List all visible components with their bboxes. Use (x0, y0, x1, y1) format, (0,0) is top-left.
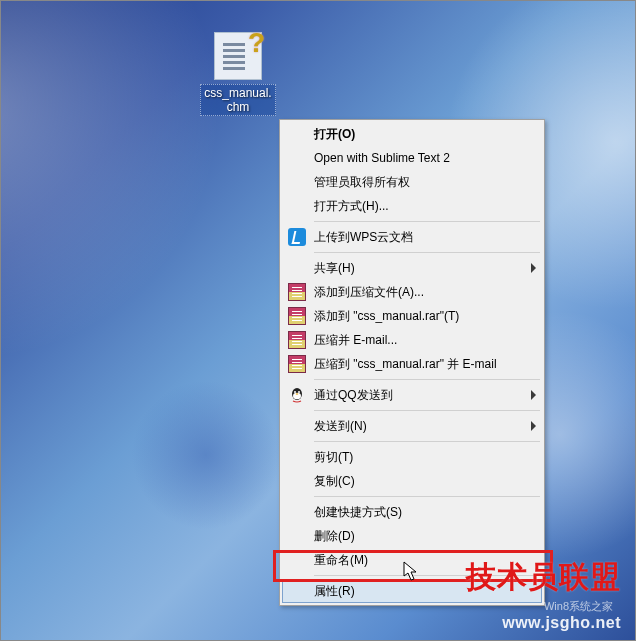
menu-label: 添加到压缩文件(A)... (314, 284, 424, 301)
menu-separator (314, 252, 540, 253)
watermark-url: www.jsgho.net (502, 614, 621, 632)
bg-blob (1, 1, 221, 361)
submenu-arrow-icon (531, 421, 536, 431)
submenu-arrow-icon (531, 390, 536, 400)
wps-icon (288, 228, 306, 246)
menu-label: 剪切(T) (314, 449, 353, 466)
menu-wps-upload[interactable]: 上传到WPS云文档 (282, 225, 542, 249)
menu-label: 添加到 "css_manual.rar"(T) (314, 308, 459, 325)
menu-label: 重命名(M) (314, 552, 368, 569)
winrar-icon (288, 355, 306, 373)
desktop-file-icon[interactable]: ? css_manual.chm (200, 26, 276, 116)
help-qmark-icon: ? (248, 27, 265, 59)
menu-separator (314, 379, 540, 380)
svg-point-2 (294, 391, 296, 393)
svg-point-4 (296, 393, 299, 395)
menu-rar-email[interactable]: 压缩并 E-mail... (282, 328, 542, 352)
winrar-icon (288, 283, 306, 301)
context-menu: 打开(O) Open with Sublime Text 2 管理员取得所有权 … (279, 119, 545, 606)
menu-label: 删除(D) (314, 528, 355, 545)
menu-separator (314, 441, 540, 442)
menu-open-sublime[interactable]: Open with Sublime Text 2 (282, 146, 542, 170)
qq-icon (288, 386, 306, 404)
menu-label: Open with Sublime Text 2 (314, 151, 450, 165)
menu-label: 压缩到 "css_manual.rar" 并 E-mail (314, 356, 497, 373)
menu-separator (314, 496, 540, 497)
menu-create-shortcut[interactable]: 创建快捷方式(S) (282, 500, 542, 524)
menu-send-to[interactable]: 发送到(N) (282, 414, 542, 438)
menu-label: 创建快捷方式(S) (314, 504, 402, 521)
menu-label: 打开方式(H)... (314, 198, 389, 215)
menu-rar-email-name[interactable]: 压缩到 "css_manual.rar" 并 E-mail (282, 352, 542, 376)
menu-label: 发送到(N) (314, 418, 367, 435)
menu-label: 复制(C) (314, 473, 355, 490)
menu-delete[interactable]: 删除(D) (282, 524, 542, 548)
menu-separator (314, 221, 540, 222)
menu-label: 打开(O) (314, 126, 355, 143)
submenu-arrow-icon (531, 263, 536, 273)
winrar-icon (288, 307, 306, 325)
menu-open[interactable]: 打开(O) (282, 122, 542, 146)
menu-cut[interactable]: 剪切(T) (282, 445, 542, 469)
menu-rar-add-name[interactable]: 添加到 "css_manual.rar"(T) (282, 304, 542, 328)
menu-share[interactable]: 共享(H) (282, 256, 542, 280)
menu-label: 管理员取得所有权 (314, 174, 410, 191)
menu-open-with[interactable]: 打开方式(H)... (282, 194, 542, 218)
file-label: css_manual.chm (200, 84, 276, 116)
chm-file-icon: ? (214, 32, 262, 80)
menu-copy[interactable]: 复制(C) (282, 469, 542, 493)
winrar-icon (288, 331, 306, 349)
menu-separator (314, 410, 540, 411)
menu-qq-send[interactable]: 通过QQ发送到 (282, 383, 542, 407)
bg-blob (131, 380, 281, 530)
menu-admin-take[interactable]: 管理员取得所有权 (282, 170, 542, 194)
menu-rar-add[interactable]: 添加到压缩文件(A)... (282, 280, 542, 304)
menu-label: 上传到WPS云文档 (314, 229, 413, 246)
menu-label: 共享(H) (314, 260, 355, 277)
watermark-red: 技术员联盟 (466, 557, 621, 598)
menu-label: 压缩并 E-mail... (314, 332, 397, 349)
menu-label: 属性(R) (314, 583, 355, 600)
watermark-sub: Win8系统之家 (544, 599, 613, 614)
menu-label: 通过QQ发送到 (314, 387, 393, 404)
svg-point-3 (298, 391, 300, 393)
